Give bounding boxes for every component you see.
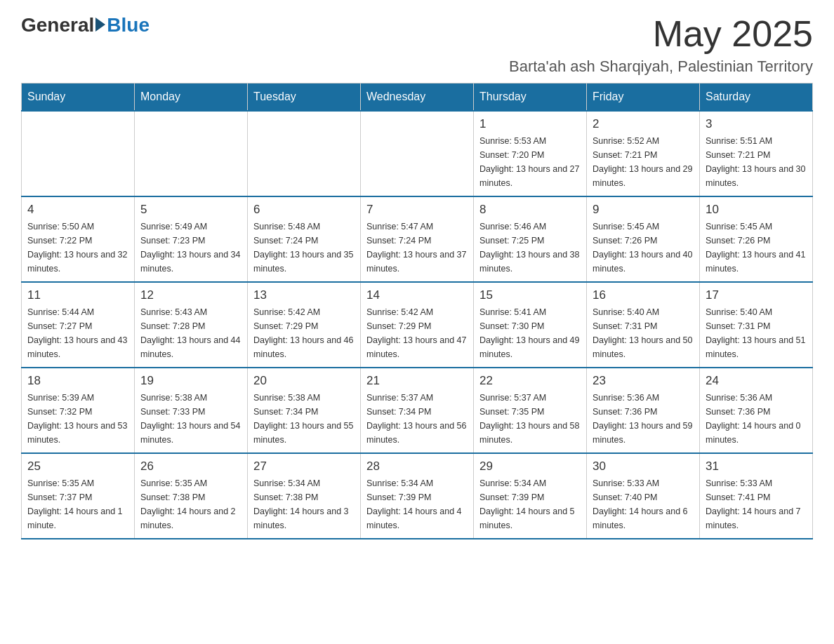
- day-number: 23: [593, 374, 694, 388]
- day-number: 5: [140, 203, 241, 217]
- calendar-cell: 18Sunrise: 5:39 AM Sunset: 7:32 PM Dayli…: [22, 368, 135, 453]
- day-number: 3: [706, 117, 807, 131]
- day-info: Sunrise: 5:35 AM Sunset: 7:37 PM Dayligh…: [27, 476, 128, 532]
- day-info: Sunrise: 5:52 AM Sunset: 7:21 PM Dayligh…: [593, 134, 694, 190]
- calendar-cell: 25Sunrise: 5:35 AM Sunset: 7:37 PM Dayli…: [22, 453, 135, 539]
- logo: General Blue: [21, 14, 150, 36]
- calendar-week-1: 1Sunrise: 5:53 AM Sunset: 7:20 PM Daylig…: [22, 111, 813, 196]
- calendar-cell: 27Sunrise: 5:34 AM Sunset: 7:38 PM Dayli…: [248, 453, 361, 539]
- day-number: 9: [593, 203, 694, 217]
- calendar-table: Sunday Monday Tuesday Wednesday Thursday…: [21, 83, 813, 539]
- day-info: Sunrise: 5:35 AM Sunset: 7:38 PM Dayligh…: [140, 476, 241, 532]
- day-number: 15: [479, 288, 581, 302]
- day-info: Sunrise: 5:34 AM Sunset: 7:38 PM Dayligh…: [253, 476, 355, 532]
- day-number: 8: [479, 203, 581, 217]
- calendar-cell: 9Sunrise: 5:45 AM Sunset: 7:26 PM Daylig…: [587, 196, 700, 282]
- calendar-cell: 10Sunrise: 5:45 AM Sunset: 7:26 PM Dayli…: [700, 196, 813, 282]
- calendar-cell: 4Sunrise: 5:50 AM Sunset: 7:22 PM Daylig…: [22, 196, 135, 282]
- day-info: Sunrise: 5:37 AM Sunset: 7:34 PM Dayligh…: [366, 391, 468, 447]
- location-subtitle: Barta'ah ash Sharqiyah, Palestinian Terr…: [509, 58, 813, 76]
- calendar-cell: 17Sunrise: 5:40 AM Sunset: 7:31 PM Dayli…: [700, 282, 813, 368]
- logo-arrow-icon: [95, 18, 105, 32]
- header-thursday: Thursday: [474, 83, 587, 112]
- day-info: Sunrise: 5:42 AM Sunset: 7:29 PM Dayligh…: [253, 305, 355, 361]
- calendar-cell: 29Sunrise: 5:34 AM Sunset: 7:39 PM Dayli…: [474, 453, 587, 539]
- day-number: 17: [706, 288, 807, 302]
- day-info: Sunrise: 5:53 AM Sunset: 7:20 PM Dayligh…: [479, 134, 581, 190]
- header-friday: Friday: [587, 83, 700, 112]
- day-info: Sunrise: 5:39 AM Sunset: 7:32 PM Dayligh…: [27, 391, 128, 447]
- day-info: Sunrise: 5:45 AM Sunset: 7:26 PM Dayligh…: [706, 220, 807, 276]
- calendar-cell: 3Sunrise: 5:51 AM Sunset: 7:21 PM Daylig…: [700, 111, 813, 196]
- page-header: General Blue May 2025 Barta'ah ash Sharq…: [21, 14, 813, 76]
- day-info: Sunrise: 5:38 AM Sunset: 7:33 PM Dayligh…: [140, 391, 241, 447]
- calendar-cell: 20Sunrise: 5:38 AM Sunset: 7:34 PM Dayli…: [248, 368, 361, 453]
- day-number: 26: [140, 459, 241, 474]
- day-info: Sunrise: 5:47 AM Sunset: 7:24 PM Dayligh…: [366, 220, 468, 276]
- day-number: 24: [706, 374, 807, 388]
- calendar-cell: 30Sunrise: 5:33 AM Sunset: 7:40 PM Dayli…: [587, 453, 700, 539]
- day-info: Sunrise: 5:33 AM Sunset: 7:41 PM Dayligh…: [706, 476, 807, 532]
- day-number: 6: [253, 203, 355, 217]
- day-number: 14: [366, 288, 468, 302]
- calendar-cell: 21Sunrise: 5:37 AM Sunset: 7:34 PM Dayli…: [361, 368, 474, 453]
- calendar-cell: 24Sunrise: 5:36 AM Sunset: 7:36 PM Dayli…: [700, 368, 813, 453]
- title-section: May 2025 Barta'ah ash Sharqiyah, Palesti…: [509, 14, 813, 76]
- header-wednesday: Wednesday: [361, 83, 474, 112]
- day-info: Sunrise: 5:37 AM Sunset: 7:35 PM Dayligh…: [479, 391, 581, 447]
- calendar-cell: 7Sunrise: 5:47 AM Sunset: 7:24 PM Daylig…: [361, 196, 474, 282]
- calendar-cell: 5Sunrise: 5:49 AM Sunset: 7:23 PM Daylig…: [135, 196, 248, 282]
- calendar-week-2: 4Sunrise: 5:50 AM Sunset: 7:22 PM Daylig…: [22, 196, 813, 282]
- calendar-cell: [248, 111, 361, 196]
- day-info: Sunrise: 5:46 AM Sunset: 7:25 PM Dayligh…: [479, 220, 581, 276]
- calendar-cell: 8Sunrise: 5:46 AM Sunset: 7:25 PM Daylig…: [474, 196, 587, 282]
- calendar-cell: 22Sunrise: 5:37 AM Sunset: 7:35 PM Dayli…: [474, 368, 587, 453]
- calendar-cell: 26Sunrise: 5:35 AM Sunset: 7:38 PM Dayli…: [135, 453, 248, 539]
- day-number: 29: [479, 459, 581, 474]
- day-number: 30: [593, 459, 694, 474]
- day-info: Sunrise: 5:42 AM Sunset: 7:29 PM Dayligh…: [366, 305, 468, 361]
- day-number: 20: [253, 374, 355, 388]
- day-info: Sunrise: 5:45 AM Sunset: 7:26 PM Dayligh…: [593, 220, 694, 276]
- calendar-cell: 28Sunrise: 5:34 AM Sunset: 7:39 PM Dayli…: [361, 453, 474, 539]
- calendar-cell: 15Sunrise: 5:41 AM Sunset: 7:30 PM Dayli…: [474, 282, 587, 368]
- header-monday: Monday: [135, 83, 248, 112]
- day-number: 25: [27, 459, 128, 474]
- day-info: Sunrise: 5:36 AM Sunset: 7:36 PM Dayligh…: [706, 391, 807, 447]
- day-number: 21: [366, 374, 468, 388]
- calendar-cell: 31Sunrise: 5:33 AM Sunset: 7:41 PM Dayli…: [700, 453, 813, 539]
- logo-blue-part: Blue: [94, 14, 150, 36]
- day-number: 11: [27, 288, 128, 302]
- day-info: Sunrise: 5:34 AM Sunset: 7:39 PM Dayligh…: [366, 476, 468, 532]
- calendar-cell: 6Sunrise: 5:48 AM Sunset: 7:24 PM Daylig…: [248, 196, 361, 282]
- calendar-cell: 11Sunrise: 5:44 AM Sunset: 7:27 PM Dayli…: [22, 282, 135, 368]
- header-tuesday: Tuesday: [248, 83, 361, 112]
- day-number: 18: [27, 374, 128, 388]
- day-number: 31: [706, 459, 807, 474]
- calendar-week-4: 18Sunrise: 5:39 AM Sunset: 7:32 PM Dayli…: [22, 368, 813, 453]
- day-info: Sunrise: 5:33 AM Sunset: 7:40 PM Dayligh…: [593, 476, 694, 532]
- day-number: 13: [253, 288, 355, 302]
- month-year-title: May 2025: [509, 14, 813, 54]
- calendar-cell: 13Sunrise: 5:42 AM Sunset: 7:29 PM Dayli…: [248, 282, 361, 368]
- day-info: Sunrise: 5:50 AM Sunset: 7:22 PM Dayligh…: [27, 220, 128, 276]
- header-saturday: Saturday: [700, 83, 813, 112]
- day-info: Sunrise: 5:36 AM Sunset: 7:36 PM Dayligh…: [593, 391, 694, 447]
- day-info: Sunrise: 5:38 AM Sunset: 7:34 PM Dayligh…: [253, 391, 355, 447]
- calendar-header-row: Sunday Monday Tuesday Wednesday Thursday…: [22, 83, 813, 112]
- day-info: Sunrise: 5:48 AM Sunset: 7:24 PM Dayligh…: [253, 220, 355, 276]
- day-info: Sunrise: 5:40 AM Sunset: 7:31 PM Dayligh…: [706, 305, 807, 361]
- day-info: Sunrise: 5:49 AM Sunset: 7:23 PM Dayligh…: [140, 220, 241, 276]
- day-number: 16: [593, 288, 694, 302]
- calendar-week-5: 25Sunrise: 5:35 AM Sunset: 7:37 PM Dayli…: [22, 453, 813, 539]
- day-number: 27: [253, 459, 355, 474]
- calendar-cell: [135, 111, 248, 196]
- calendar-cell: 2Sunrise: 5:52 AM Sunset: 7:21 PM Daylig…: [587, 111, 700, 196]
- calendar-cell: 14Sunrise: 5:42 AM Sunset: 7:29 PM Dayli…: [361, 282, 474, 368]
- day-number: 4: [27, 203, 128, 217]
- day-info: Sunrise: 5:44 AM Sunset: 7:27 PM Dayligh…: [27, 305, 128, 361]
- day-number: 12: [140, 288, 241, 302]
- day-info: Sunrise: 5:41 AM Sunset: 7:30 PM Dayligh…: [479, 305, 581, 361]
- day-number: 19: [140, 374, 241, 388]
- calendar-week-3: 11Sunrise: 5:44 AM Sunset: 7:27 PM Dayli…: [22, 282, 813, 368]
